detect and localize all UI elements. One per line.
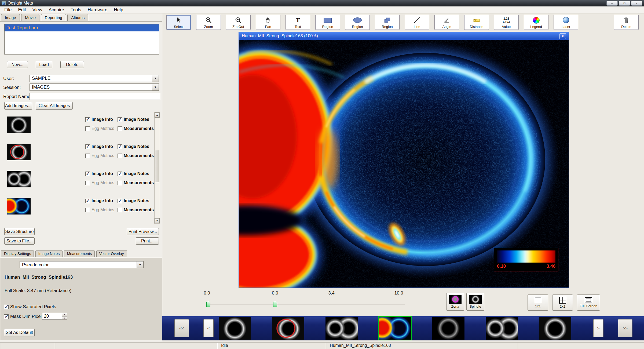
layout-1x1-button[interactable]: 1x1 xyxy=(528,295,548,311)
add-images-button[interactable]: Add Images... xyxy=(4,102,32,110)
tab-display-settings[interactable]: Display Settings xyxy=(1,250,34,257)
stepper-up-icon[interactable]: ▲ xyxy=(62,313,67,316)
tool-select[interactable]: Select xyxy=(166,15,191,30)
slider-track[interactable] xyxy=(207,304,405,304)
filmstrip-last-button[interactable]: >> xyxy=(618,319,632,337)
minimize-icon[interactable]: ─ xyxy=(606,1,618,6)
slider-handle-min[interactable] xyxy=(206,301,210,307)
image-notes-checkbox[interactable]: Image Notes xyxy=(118,171,149,176)
print-preview-button[interactable]: Print Preview... xyxy=(127,228,159,235)
load-report-button[interactable]: Load xyxy=(36,61,52,68)
tool-delete[interactable]: Delete xyxy=(614,15,639,30)
image-list-scrollbar[interactable]: ▲ ▼ xyxy=(154,112,160,224)
menu-view[interactable]: View xyxy=(29,6,46,13)
menu-acquire[interactable]: Acquire xyxy=(45,6,67,13)
menu-tools[interactable]: Tools xyxy=(67,6,85,13)
filmstrip-thumbnail-selected[interactable] xyxy=(379,317,411,340)
measurements-checkbox[interactable]: Measurements xyxy=(118,208,154,212)
tool-pan[interactable]: Pan xyxy=(256,15,280,30)
session-select[interactable]: IMAGES ▼ xyxy=(30,83,159,91)
egg-metrics-checkbox[interactable]: Egg Metrics xyxy=(85,153,114,158)
checkbox-icon[interactable] xyxy=(85,199,90,203)
tool-region-rectangle[interactable]: Region xyxy=(315,15,340,30)
checkbox-icon[interactable] xyxy=(118,126,122,131)
filmstrip-first-button[interactable]: << xyxy=(174,319,189,337)
slider-handle-low[interactable] xyxy=(273,301,277,307)
filmstrip-thumbnail[interactable] xyxy=(432,317,464,340)
image-notes-checkbox[interactable]: Image Notes xyxy=(118,144,149,149)
checkbox-icon[interactable] xyxy=(118,199,122,203)
clear-all-images-button[interactable]: Clear All Images xyxy=(36,102,73,110)
report-list[interactable]: Test Report.orp xyxy=(4,24,159,54)
scroll-down-icon[interactable]: ▼ xyxy=(155,218,160,223)
egg-metrics-checkbox[interactable]: Egg Metrics xyxy=(85,208,114,212)
measurements-checkbox[interactable]: Measurements xyxy=(118,180,154,185)
checkbox-icon[interactable] xyxy=(4,314,9,319)
image-thumbnail[interactable] xyxy=(7,144,31,160)
tool-distance[interactable]: Distance xyxy=(464,15,489,30)
tab-measurements[interactable]: Meas​urements xyxy=(64,250,95,257)
tool-legend[interactable]: Legend xyxy=(524,15,548,30)
mask-dim-input[interactable] xyxy=(42,313,62,320)
palette-select[interactable]: Pseudo color ▼ xyxy=(20,261,144,268)
mask-dim-checkbox[interactable]: Mask Dim Pixels xyxy=(4,314,44,319)
egg-metrics-checkbox[interactable]: Egg Metrics xyxy=(85,180,114,185)
stepper-down-icon[interactable]: ▼ xyxy=(62,316,67,320)
user-select[interactable]: SAMPLE ▼ xyxy=(30,75,159,82)
show-saturated-checkbox[interactable]: Show Saturated Pixels xyxy=(4,304,56,310)
tool-text[interactable]: T Text xyxy=(286,15,310,30)
mask-dim-stepper[interactable]: ▲▼ xyxy=(42,313,67,320)
image-thumbnail[interactable] xyxy=(7,171,31,187)
checkbox-icon[interactable] xyxy=(85,126,90,131)
chevron-down-icon[interactable]: ▼ xyxy=(152,75,159,82)
filmstrip-thumbnail[interactable] xyxy=(486,317,518,340)
checkbox-icon[interactable] xyxy=(118,154,122,158)
print-button[interactable]: Print... xyxy=(136,237,159,245)
tab-vector-overlay[interactable]: Vector Overlay xyxy=(96,250,127,257)
filmstrip-thumbnail[interactable] xyxy=(325,317,358,340)
image-notes-checkbox[interactable]: Image Notes xyxy=(118,198,149,203)
menu-file[interactable]: File xyxy=(1,6,15,13)
checkbox-icon[interactable] xyxy=(85,208,90,212)
image-info-checkbox[interactable]: Image Info xyxy=(85,144,113,149)
tool-angle[interactable]: Angle xyxy=(434,15,459,30)
menu-edit[interactable]: Edit xyxy=(15,6,29,13)
checkbox-icon[interactable] xyxy=(118,181,122,185)
image-thumbnail[interactable] xyxy=(7,117,31,133)
checkbox-icon[interactable] xyxy=(4,305,9,309)
tab-image[interactable]: Image xyxy=(1,14,20,21)
checkbox-icon[interactable] xyxy=(118,117,122,122)
tab-image-notes[interactable]: Image Notes xyxy=(35,250,63,257)
set-as-default-button[interactable]: Set As Default xyxy=(4,329,35,336)
maximize-icon[interactable]: □ xyxy=(619,1,630,6)
measurements-checkbox[interactable]: Measurements xyxy=(118,126,154,131)
checkbox-icon[interactable] xyxy=(85,144,90,149)
tool-line[interactable]: Line xyxy=(405,15,429,30)
tool-region-polygon[interactable]: Region xyxy=(375,15,400,30)
image-window-close-button[interactable]: X xyxy=(559,33,566,39)
tool-region-ellipse[interactable]: Region xyxy=(345,15,370,30)
scroll-up-icon[interactable]: ▲ xyxy=(155,112,160,118)
menu-help[interactable]: Help xyxy=(111,6,126,13)
checkbox-icon[interactable] xyxy=(118,144,122,149)
spindle-view-button[interactable]: Spindle xyxy=(466,293,484,311)
chevron-down-icon[interactable]: ▼ xyxy=(137,261,143,268)
measurements-checkbox[interactable]: Measurements xyxy=(118,153,154,158)
image-notes-checkbox[interactable]: Image Notes xyxy=(118,117,149,122)
tab-reporting[interactable]: Reporting xyxy=(41,14,66,21)
filmstrip-next-button[interactable]: > xyxy=(593,319,603,337)
window-titlebar[interactable]: Oosight Meta ─ □ × xyxy=(0,0,644,6)
save-structure-button[interactable]: Save Structure xyxy=(4,228,35,235)
image-window-titlebar[interactable]: Human_MII_Strong_Spindle163 (100%) X xyxy=(239,32,569,40)
layout-2x2-button[interactable]: 2x2 xyxy=(552,295,573,311)
tab-movie[interactable]: Movie xyxy=(21,14,39,21)
zona-view-button[interactable]: Zona xyxy=(446,293,464,311)
checkbox-icon[interactable] xyxy=(85,154,90,158)
save-to-file-button[interactable]: Save to File... xyxy=(4,237,35,245)
filmstrip-thumbnail[interactable] xyxy=(219,317,251,340)
filmstrip-thumbnail[interactable] xyxy=(272,317,304,340)
checkbox-icon[interactable] xyxy=(118,172,122,176)
chevron-down-icon[interactable]: ▼ xyxy=(152,84,159,90)
tool-zoom-out[interactable]: Zm Out xyxy=(226,15,251,30)
image-thumbnail[interactable] xyxy=(7,198,31,215)
